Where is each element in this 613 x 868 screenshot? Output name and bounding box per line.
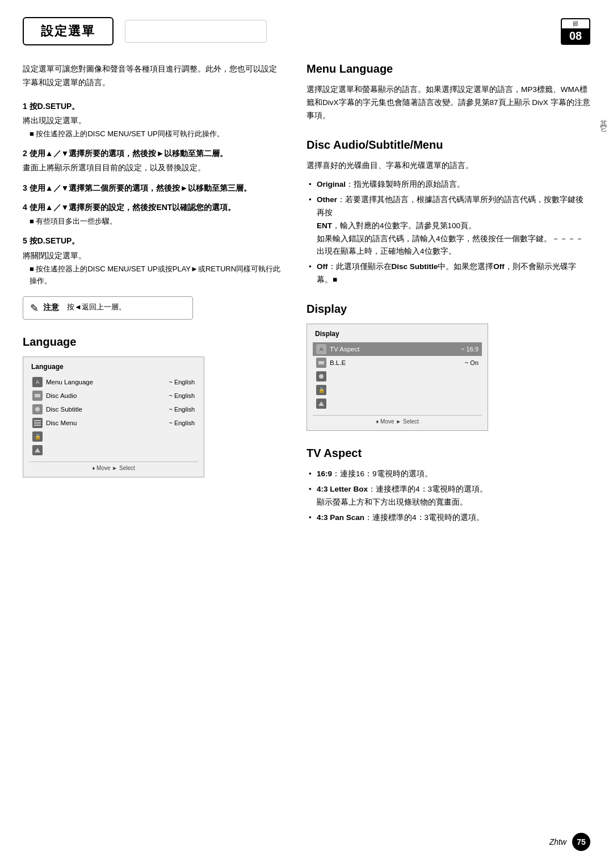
lang-value-disc-menu: ~ English	[169, 420, 195, 426]
disc-bullet-original-text: ：指光碟錄製時所用的原始語言。	[346, 180, 465, 188]
tv-aspect-16-9-label: 16:9	[317, 469, 332, 478]
tv-aspect-pan-scan-text: ：連接標準的4：3電視時的選項。	[364, 513, 484, 522]
chapter-label: 節	[570, 19, 581, 28]
chapter-number: 08	[562, 28, 589, 44]
tv-aspect-letter-box: 4:3 Letter Box：連接標準的4：3電視時的選項。顯示螢幕上方和下方出…	[309, 483, 590, 509]
step-5-heading: 5 按D.SETUP。	[23, 234, 284, 247]
tv-aspect-16-9-text: ：連接16：9電視時的選項。	[332, 469, 433, 478]
footer-page-number: 75	[572, 833, 590, 851]
step-2: 2 使用▲／▼選擇所要的選項，然後按►以移動至第二層。 畫面上將顯示所選項目目前…	[23, 147, 284, 175]
disc-bullet-other: Other：若要選擇其他語言，根據語言代碼清單所列的語言代碼，按數字鍵後再按EN…	[309, 194, 590, 259]
display-row-lock: 🔒	[313, 383, 482, 397]
disc-audio-bullets: Original：指光碟錄製時所用的原始語言。 Other：若要選擇其他語言，根…	[309, 178, 590, 287]
display-icon-ble	[316, 358, 326, 368]
step-5: 5 按D.SETUP。 將關閉設定選單。 ■ 按住遙控器上的DISC MENU/…	[23, 234, 284, 287]
svg-marker-6	[35, 448, 40, 452]
lang-row-disc-menu: Disc Menu ~ English	[29, 416, 198, 430]
display-icon-3	[316, 371, 326, 381]
lang-icon-disc-subtitle	[32, 404, 43, 414]
tv-aspect-heading: TV Aspect	[306, 447, 590, 460]
tv-aspect-pan-scan-label: 4:3 Pan Scan	[317, 513, 364, 522]
chapter-badge: 節 08	[561, 18, 590, 45]
display-screenshot-nav: ♦ Move ► Select	[313, 415, 482, 425]
footer-language: Zhtw	[549, 837, 566, 846]
disc-bullet-off-text: ：此選項僅顯示在Disc Subtitle中。如果您選擇Off，則不會顯示光碟字…	[317, 262, 576, 284]
display-value-tv-aspect: ~ 16:9	[461, 346, 478, 353]
language-screenshot-title: Language	[29, 363, 198, 371]
display-label-tv-aspect: TV Aspect	[330, 346, 457, 353]
step-3-heading: 3 使用▲／▼選擇第二個所要的選項，然後按►以移動至第三層。	[23, 182, 284, 194]
lang-row-menu-language: A Menu Language ~ English	[29, 375, 198, 389]
lang-row-disc-subtitle: Disc Subtitle ~ English	[29, 402, 198, 416]
page-title: 設定選單	[23, 17, 114, 45]
svg-rect-4	[34, 422, 41, 423]
language-section-heading: Language	[23, 336, 284, 349]
disc-bullet-other-text: ：若要選擇其他語言，根據語言代碼清單所列的語言代碼，按數字鍵後再按ENT，輸入對…	[317, 195, 583, 256]
lang-icon-lock: 🔒	[32, 431, 43, 442]
svg-point-2	[35, 407, 40, 412]
disc-audio-body: 選擇喜好的光碟曲目、字幕和光碟選單的語言。	[306, 160, 590, 173]
lang-label-disc-menu: Disc Menu	[46, 420, 165, 426]
display-row-tv-aspect: A TV Aspect ~ 16:9	[313, 342, 482, 356]
display-screenshot-title: Display	[313, 330, 482, 338]
disc-bullet-off-label: Off	[317, 262, 328, 271]
disc-audio-heading: Disc Audio/Subtitle/Menu	[306, 139, 590, 152]
step-4: 4 使用▲／▼選擇所要的設定，然後按ENT以確認您的選項。 ■ 有些項目多出一些…	[23, 201, 284, 228]
tv-aspect-pan-scan: 4:3 Pan Scan：連接標準的4：3電視時的選項。	[309, 511, 590, 525]
step-5-note: ■ 按住遙控器上的DISC MENU/SET UP或按PLAY►或RETURN同…	[30, 263, 284, 287]
lang-icon-disc-menu	[32, 418, 43, 428]
display-row-ble: B.L.E ~ On	[313, 356, 482, 370]
step-1-note: ■ 按住遙控器上的DISC MENU/SET UP同樣可執行此操作。	[30, 128, 284, 140]
step-2-heading: 2 使用▲／▼選擇所要的選項，然後按►以移動至第二層。	[23, 147, 284, 160]
display-label-ble: B.L.E	[330, 359, 461, 366]
lang-value-disc-subtitle: ~ English	[169, 406, 195, 413]
tv-aspect-16-9: 16:9：連接16：9電視時的選項。	[309, 468, 590, 481]
svg-rect-5	[34, 425, 41, 426]
display-row-5	[313, 397, 482, 410]
svg-rect-3	[34, 420, 41, 421]
svg-rect-1	[35, 394, 40, 397]
tv-aspect-bullets: 16:9：連接16：9電視時的選項。 4:3 Letter Box：連接標準的4…	[309, 468, 590, 525]
note-box: ✎ 注意 按◄返回上一層。	[23, 296, 193, 320]
disc-bullet-original: Original：指光碟錄製時所用的原始語言。	[309, 178, 590, 191]
disc-bullet-other-label: Other	[317, 195, 337, 204]
lang-label-disc-audio: Disc Audio	[46, 392, 165, 399]
header-search-box	[125, 20, 267, 43]
step-1: 1 按D.SETUP。 將出現設定選單。 ■ 按住遙控器上的DISC MENU/…	[23, 100, 284, 140]
step-3: 3 使用▲／▼選擇第二個所要的選項，然後按►以移動至第三層。	[23, 182, 284, 194]
svg-marker-10	[318, 401, 324, 406]
lang-value-disc-audio: ~ English	[169, 392, 195, 399]
menu-language-heading: Menu Language	[306, 62, 590, 76]
left-column: 設定選單可讓您對圖像和聲音等各種項目進行調整。此外，您也可以設定字幕和設定選單的…	[23, 62, 284, 527]
disc-bullet-off: Off：此選項僅顯示在Disc Subtitle中。如果您選擇Off，則不會顯示…	[309, 261, 590, 287]
display-value-ble: ~ On	[465, 359, 478, 366]
step-1-heading: 1 按D.SETUP。	[23, 100, 284, 112]
lang-label-disc-subtitle: Disc Subtitle	[46, 406, 165, 413]
lang-label-menu: Menu Language	[46, 379, 165, 385]
intro-text: 設定選單可讓您對圖像和聲音等各種項目進行調整。此外，您也可以設定字幕和設定選單的…	[23, 62, 284, 90]
lang-icon-extra	[32, 445, 43, 455]
step-4-heading: 4 使用▲／▼選擇所要的設定，然後按ENT以確認您的選項。	[23, 201, 284, 213]
disc-bullet-original-label: Original	[317, 180, 346, 188]
note-title: 注意	[43, 303, 59, 313]
lang-icon-a: A	[32, 377, 43, 387]
display-screenshot: Display A TV Aspect ~ 16:9 B.L.E ~ On	[306, 324, 488, 431]
step-4-note: ■ 有些項目多出一些步驟。	[30, 216, 284, 228]
language-screenshot: Language A Menu Language ~ English Disc …	[23, 357, 204, 477]
svg-point-9	[319, 374, 324, 379]
right-column: Menu Language 選擇設定選單和螢幕顯示的語言。如果選擇設定選單的語言…	[306, 62, 590, 527]
display-heading: Display	[306, 303, 590, 316]
tv-aspect-letter-box-label: 4:3 Letter Box	[317, 485, 368, 493]
page-footer: Zhtw 75	[549, 833, 590, 851]
display-icon-lock: 🔒	[316, 385, 326, 395]
lang-row-lock: 🔒	[29, 430, 198, 443]
lang-row-disc-audio: Disc Audio ~ English	[29, 389, 198, 402]
display-row-3	[313, 370, 482, 383]
lang-row-extra	[29, 443, 198, 457]
note-icon: ✎	[30, 302, 39, 315]
display-icon-5	[316, 399, 326, 409]
svg-rect-8	[318, 361, 324, 364]
display-icon-tv-aspect: A	[316, 344, 326, 354]
language-screenshot-nav: ♦ Move ► Select	[29, 462, 198, 471]
vertical-section-label: 其 它	[598, 114, 608, 119]
